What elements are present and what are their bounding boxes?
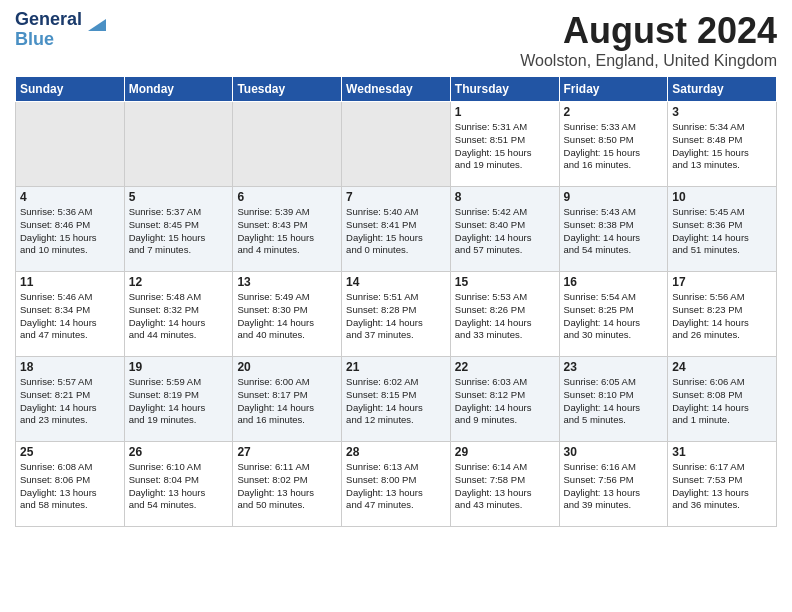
calendar-cell [124,102,233,187]
location-subtitle: Woolston, England, United Kingdom [520,52,777,70]
day-number: 19 [129,360,229,374]
day-number: 28 [346,445,446,459]
logo-text: GeneralBlue [15,10,82,50]
calendar-cell: 19Sunrise: 5:59 AMSunset: 8:19 PMDayligh… [124,357,233,442]
day-number: 18 [20,360,120,374]
calendar-cell: 15Sunrise: 5:53 AMSunset: 8:26 PMDayligh… [450,272,559,357]
calendar-cell: 3Sunrise: 5:34 AMSunset: 8:48 PMDaylight… [668,102,777,187]
day-info: Sunrise: 6:08 AMSunset: 8:06 PMDaylight:… [20,461,120,512]
day-number: 10 [672,190,772,204]
day-info: Sunrise: 5:56 AMSunset: 8:23 PMDaylight:… [672,291,772,342]
day-number: 13 [237,275,337,289]
calendar-cell: 27Sunrise: 6:11 AMSunset: 8:02 PMDayligh… [233,442,342,527]
day-number: 11 [20,275,120,289]
day-number: 1 [455,105,555,119]
day-info: Sunrise: 5:37 AMSunset: 8:45 PMDaylight:… [129,206,229,257]
day-number: 29 [455,445,555,459]
calendar-cell [16,102,125,187]
title-block: August 2024 Woolston, England, United Ki… [520,10,777,70]
day-info: Sunrise: 5:45 AMSunset: 8:36 PMDaylight:… [672,206,772,257]
day-info: Sunrise: 6:00 AMSunset: 8:17 PMDaylight:… [237,376,337,427]
day-info: Sunrise: 6:03 AMSunset: 8:12 PMDaylight:… [455,376,555,427]
calendar-cell: 7Sunrise: 5:40 AMSunset: 8:41 PMDaylight… [342,187,451,272]
calendar-cell: 28Sunrise: 6:13 AMSunset: 8:00 PMDayligh… [342,442,451,527]
calendar-cell [233,102,342,187]
calendar-cell: 26Sunrise: 6:10 AMSunset: 8:04 PMDayligh… [124,442,233,527]
day-info: Sunrise: 6:02 AMSunset: 8:15 PMDaylight:… [346,376,446,427]
day-info: Sunrise: 5:42 AMSunset: 8:40 PMDaylight:… [455,206,555,257]
calendar-cell: 4Sunrise: 5:36 AMSunset: 8:46 PMDaylight… [16,187,125,272]
calendar-cell: 25Sunrise: 6:08 AMSunset: 8:06 PMDayligh… [16,442,125,527]
calendar-cell: 5Sunrise: 5:37 AMSunset: 8:45 PMDaylight… [124,187,233,272]
calendar-cell: 6Sunrise: 5:39 AMSunset: 8:43 PMDaylight… [233,187,342,272]
day-number: 7 [346,190,446,204]
calendar-cell: 18Sunrise: 5:57 AMSunset: 8:21 PMDayligh… [16,357,125,442]
col-header-tuesday: Tuesday [233,77,342,102]
day-info: Sunrise: 6:13 AMSunset: 8:00 PMDaylight:… [346,461,446,512]
calendar-cell: 24Sunrise: 6:06 AMSunset: 8:08 PMDayligh… [668,357,777,442]
day-info: Sunrise: 5:34 AMSunset: 8:48 PMDaylight:… [672,121,772,172]
day-number: 16 [564,275,664,289]
calendar-cell: 20Sunrise: 6:00 AMSunset: 8:17 PMDayligh… [233,357,342,442]
day-info: Sunrise: 5:54 AMSunset: 8:25 PMDaylight:… [564,291,664,342]
day-info: Sunrise: 6:14 AMSunset: 7:58 PMDaylight:… [455,461,555,512]
day-number: 12 [129,275,229,289]
day-info: Sunrise: 6:10 AMSunset: 8:04 PMDaylight:… [129,461,229,512]
day-number: 3 [672,105,772,119]
calendar-cell: 14Sunrise: 5:51 AMSunset: 8:28 PMDayligh… [342,272,451,357]
calendar-cell: 31Sunrise: 6:17 AMSunset: 7:53 PMDayligh… [668,442,777,527]
day-info: Sunrise: 5:39 AMSunset: 8:43 PMDaylight:… [237,206,337,257]
day-info: Sunrise: 5:40 AMSunset: 8:41 PMDaylight:… [346,206,446,257]
calendar-cell: 9Sunrise: 5:43 AMSunset: 8:38 PMDaylight… [559,187,668,272]
calendar-cell: 1Sunrise: 5:31 AMSunset: 8:51 PMDaylight… [450,102,559,187]
calendar-cell: 12Sunrise: 5:48 AMSunset: 8:32 PMDayligh… [124,272,233,357]
calendar-cell: 16Sunrise: 5:54 AMSunset: 8:25 PMDayligh… [559,272,668,357]
day-info: Sunrise: 5:49 AMSunset: 8:30 PMDaylight:… [237,291,337,342]
col-header-monday: Monday [124,77,233,102]
day-info: Sunrise: 6:17 AMSunset: 7:53 PMDaylight:… [672,461,772,512]
calendar-cell: 8Sunrise: 5:42 AMSunset: 8:40 PMDaylight… [450,187,559,272]
day-number: 17 [672,275,772,289]
day-number: 23 [564,360,664,374]
day-info: Sunrise: 5:48 AMSunset: 8:32 PMDaylight:… [129,291,229,342]
day-info: Sunrise: 5:31 AMSunset: 8:51 PMDaylight:… [455,121,555,172]
calendar-cell: 10Sunrise: 5:45 AMSunset: 8:36 PMDayligh… [668,187,777,272]
calendar-cell: 13Sunrise: 5:49 AMSunset: 8:30 PMDayligh… [233,272,342,357]
calendar-table: SundayMondayTuesdayWednesdayThursdayFrid… [15,76,777,527]
day-number: 22 [455,360,555,374]
day-number: 27 [237,445,337,459]
day-info: Sunrise: 5:46 AMSunset: 8:34 PMDaylight:… [20,291,120,342]
svg-marker-0 [88,19,106,31]
page-header: GeneralBlue August 2024 Woolston, Englan… [15,10,777,70]
logo: GeneralBlue [15,10,108,50]
calendar-cell: 11Sunrise: 5:46 AMSunset: 8:34 PMDayligh… [16,272,125,357]
day-number: 26 [129,445,229,459]
day-number: 24 [672,360,772,374]
day-number: 25 [20,445,120,459]
day-info: Sunrise: 5:36 AMSunset: 8:46 PMDaylight:… [20,206,120,257]
day-info: Sunrise: 6:11 AMSunset: 8:02 PMDaylight:… [237,461,337,512]
day-number: 30 [564,445,664,459]
calendar-cell: 30Sunrise: 6:16 AMSunset: 7:56 PMDayligh… [559,442,668,527]
day-number: 2 [564,105,664,119]
calendar-cell: 2Sunrise: 5:33 AMSunset: 8:50 PMDaylight… [559,102,668,187]
col-header-sunday: Sunday [16,77,125,102]
calendar-cell: 21Sunrise: 6:02 AMSunset: 8:15 PMDayligh… [342,357,451,442]
calendar-cell: 29Sunrise: 6:14 AMSunset: 7:58 PMDayligh… [450,442,559,527]
calendar-cell: 23Sunrise: 6:05 AMSunset: 8:10 PMDayligh… [559,357,668,442]
day-info: Sunrise: 5:33 AMSunset: 8:50 PMDaylight:… [564,121,664,172]
day-number: 15 [455,275,555,289]
day-number: 6 [237,190,337,204]
calendar-cell: 22Sunrise: 6:03 AMSunset: 8:12 PMDayligh… [450,357,559,442]
day-info: Sunrise: 6:16 AMSunset: 7:56 PMDaylight:… [564,461,664,512]
day-info: Sunrise: 5:53 AMSunset: 8:26 PMDaylight:… [455,291,555,342]
col-header-friday: Friday [559,77,668,102]
day-number: 31 [672,445,772,459]
logo-icon [86,13,108,35]
day-info: Sunrise: 5:51 AMSunset: 8:28 PMDaylight:… [346,291,446,342]
day-info: Sunrise: 5:59 AMSunset: 8:19 PMDaylight:… [129,376,229,427]
day-number: 9 [564,190,664,204]
calendar-cell: 17Sunrise: 5:56 AMSunset: 8:23 PMDayligh… [668,272,777,357]
col-header-thursday: Thursday [450,77,559,102]
day-info: Sunrise: 5:57 AMSunset: 8:21 PMDaylight:… [20,376,120,427]
